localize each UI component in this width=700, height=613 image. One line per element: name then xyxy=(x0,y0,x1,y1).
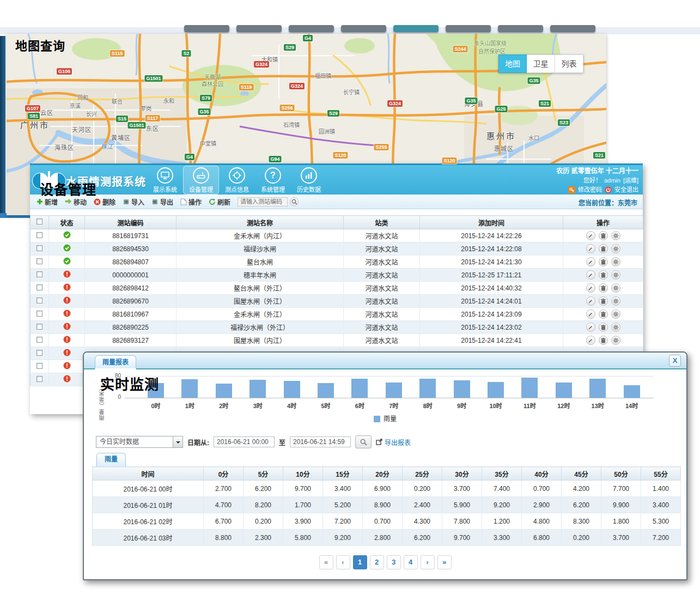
edit-button[interactable] xyxy=(586,309,595,319)
date-to-input[interactable] xyxy=(290,436,351,447)
edit-button[interactable] xyxy=(586,257,595,266)
nav-item-展示系统[interactable]: 展示系统 xyxy=(147,166,183,195)
top-tab[interactable] xyxy=(498,25,543,32)
settings-button[interactable] xyxy=(611,296,620,306)
page-button-1[interactable]: 1 xyxy=(353,555,367,569)
edit-button[interactable] xyxy=(586,244,595,253)
edit-button[interactable] xyxy=(586,270,595,280)
cell-rain-value: 3.700 xyxy=(601,530,641,546)
table-row: 0000000001穗丰年水闸河道水文站2015-12-25 17:11:21 xyxy=(31,269,643,282)
select-all-checkbox[interactable] xyxy=(36,219,42,224)
station-code-search-input[interactable] xyxy=(238,197,288,207)
edit-button[interactable] xyxy=(586,296,595,306)
row-checkbox[interactable] xyxy=(36,284,42,290)
top-tab[interactable] xyxy=(446,25,491,32)
page-button-3[interactable]: 3 xyxy=(387,555,401,569)
edit-button[interactable] xyxy=(586,283,595,293)
change-password-link[interactable]: 修改密码 xyxy=(578,185,602,195)
delete-button[interactable] xyxy=(599,309,608,319)
settings-button[interactable] xyxy=(611,323,620,332)
delete-button[interactable] xyxy=(599,336,608,345)
export-report-link[interactable]: 导出报表 xyxy=(376,438,411,447)
logout-link[interactable]: 安全退出 xyxy=(614,185,638,195)
row-checkbox[interactable] xyxy=(36,324,42,330)
road-shield: S21 xyxy=(539,100,551,107)
delete-button[interactable] xyxy=(599,283,608,293)
edit-button[interactable] xyxy=(586,336,595,345)
nav-item-label: 测点信息 xyxy=(219,185,255,193)
page-button-4[interactable]: 4 xyxy=(404,555,418,569)
delete-button[interactable] xyxy=(599,257,608,266)
page-nav-button[interactable]: « xyxy=(319,555,333,569)
row-checkbox[interactable] xyxy=(36,376,42,382)
tab-rainfall[interactable]: 雨量 xyxy=(96,453,126,466)
nav-item-历史数据[interactable]: 历史数据 xyxy=(291,166,327,195)
delete-button[interactable] xyxy=(599,231,608,240)
toolbar-imp-button[interactable]: 导入 xyxy=(123,197,144,207)
settings-button[interactable] xyxy=(611,270,620,280)
delete-button[interactable] xyxy=(599,244,608,253)
settings-button[interactable] xyxy=(611,231,620,240)
map-type-button-列表[interactable]: 列表 xyxy=(555,54,583,73)
top-tab[interactable] xyxy=(236,25,282,32)
delete-button[interactable] xyxy=(599,323,608,332)
cell-rain-value: 3.700 xyxy=(442,481,482,497)
delete-button[interactable] xyxy=(599,296,608,306)
close-icon[interactable]: X xyxy=(669,355,681,367)
col-time: 时间 xyxy=(93,467,204,481)
query-button[interactable] xyxy=(355,435,372,448)
settings-button[interactable] xyxy=(611,336,620,345)
table-row: 8826893127围屋水闸（内江）河道水文站2015-12-24 14:22:… xyxy=(31,334,643,347)
nav-item-系统管理[interactable]: ?系统管理 xyxy=(255,166,291,195)
toolbar-del-button[interactable]: 删除 xyxy=(94,197,115,207)
toolbar-move-button[interactable]: 移动 xyxy=(65,197,87,207)
date-from-input[interactable] xyxy=(214,436,275,447)
row-checkbox[interactable] xyxy=(36,298,42,304)
toolbar-refresh-button[interactable]: 刷新 xyxy=(209,197,230,207)
chevron-down-icon[interactable] xyxy=(173,436,182,447)
top-tab[interactable] xyxy=(289,25,334,32)
toolbar-add-button[interactable]: 新增 xyxy=(36,197,58,207)
settings-button[interactable] xyxy=(611,283,620,293)
nav-item-设备管理[interactable]: 设备管理 xyxy=(183,166,219,195)
row-checkbox[interactable] xyxy=(36,232,42,238)
status-ok-icon xyxy=(63,233,71,240)
page-button-2[interactable]: 2 xyxy=(370,555,384,569)
row-checkbox[interactable] xyxy=(36,271,42,277)
toolbar-exp-button[interactable]: 导出 xyxy=(151,197,173,207)
col-station-code: 测站编码 xyxy=(85,216,176,229)
top-tab[interactable] xyxy=(184,25,229,32)
edit-button[interactable] xyxy=(586,323,595,332)
map-type-button-卫星[interactable]: 卫星 xyxy=(527,54,555,73)
row-checkbox[interactable] xyxy=(36,258,42,264)
toolbar-ops-button[interactable]: 操作 xyxy=(180,197,202,207)
settings-button[interactable] xyxy=(611,309,620,319)
delete-button[interactable] xyxy=(599,270,608,280)
search-icon[interactable] xyxy=(290,197,299,206)
tab-rainfall-report[interactable]: 雨量报表 xyxy=(95,355,136,369)
rainfall-row: 2016-06-21 01时4.7008.2001.7005.2008.9002… xyxy=(93,497,681,513)
map-place-label: 黄埔区 xyxy=(111,133,131,142)
x-tick-label: 2时 xyxy=(219,401,228,410)
row-checkbox[interactable] xyxy=(36,245,42,251)
row-checkbox[interactable] xyxy=(36,337,42,343)
data-mode-select[interactable]: 今日实时数据 xyxy=(96,436,183,448)
cell-name: 金禾水闸（内江） xyxy=(176,229,344,242)
row-checkbox[interactable] xyxy=(36,363,42,369)
top-tab[interactable] xyxy=(393,25,439,32)
map-type-button-地图[interactable]: 地图 xyxy=(498,54,527,73)
cell-rain-value: 7.800 xyxy=(442,513,482,530)
edit-button[interactable] xyxy=(586,231,595,240)
settings-button[interactable] xyxy=(611,257,620,266)
row-checkbox[interactable] xyxy=(36,311,42,317)
row-checkbox[interactable] xyxy=(36,350,42,356)
cell-rain-value: 7.400 xyxy=(482,481,522,497)
page-button-»[interactable]: » xyxy=(437,555,452,569)
cell-rain-value: 2.800 xyxy=(363,530,403,546)
top-tab[interactable] xyxy=(550,25,595,32)
page-button-›[interactable]: › xyxy=(421,555,435,569)
page-nav-button[interactable]: ‹ xyxy=(336,555,350,569)
settings-button[interactable] xyxy=(611,244,620,253)
nav-item-测点信息[interactable]: 测点信息 xyxy=(219,166,255,195)
top-tab[interactable] xyxy=(341,25,386,32)
